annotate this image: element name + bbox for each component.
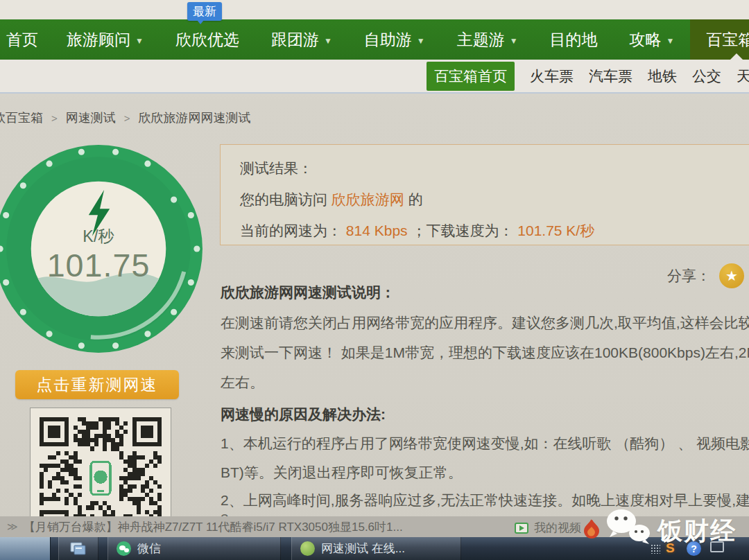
breadcrumb-separator: > [124,112,130,124]
qr-phone-icon [84,457,117,500]
result-title: 测试结果： [240,159,749,178]
speed-label: 当前的网速为： [240,222,342,238]
new-badge: 最新 [187,2,222,21]
taskbar: 微信 网速测试 在线... S ? [0,537,749,560]
taskbar-wechat-label: 微信 [137,541,161,557]
nav-item-guide[interactable]: 攻略▼ [614,19,691,60]
result-line1-suffix: 的 [404,191,423,207]
download-speed-value: 101.75 K/秒 [517,222,594,238]
nav-item-self-guided[interactable]: 自助游▼ [348,19,441,60]
chevron-down-icon: ▼ [324,36,332,46]
qr-code [30,408,171,520]
browser-top-strip [0,0,749,19]
nav-item-label: 旅游顾问 [67,29,130,51]
test-result-box: 测试结果： 您的电脑访问 欣欣旅游网 的 当前的网速为： 814 Kbps ；下… [220,144,749,245]
nav-item-home[interactable]: 首页 [0,19,51,60]
chevron-down-icon: ▼ [135,36,144,46]
wechat-icon [117,541,131,556]
result-line1: 您的电脑访问 欣欣旅游网 的 [240,190,749,209]
site-link[interactable]: 欣欣旅游网 [332,191,404,207]
system-tray: S ? [645,537,749,560]
taskbar-wechat-button[interactable]: 微信 [107,537,281,560]
explain-para3: 左右。 [221,373,264,392]
nav-item-label: 目的地 [550,29,598,51]
ad-text[interactable]: 【月销万台爆款】神舟战神Z7/Z7T 11代酷睿i5/i7 RTX3050独显1… [24,519,403,535]
speed-gauge: K/秒 101.75 [0,136,204,362]
subnav-link-bus-ticket[interactable]: 汽车票 [589,67,632,86]
nav-item-theme-tour[interactable]: 主题游▼ [441,19,534,60]
reason-item1-line2: BT)等。关闭退出程序即可恢复正常。 [221,463,463,482]
chevron-down-icon: ▼ [417,36,425,46]
chevron-down-icon: ▼ [666,36,675,46]
explain-heading: 欣欣旅游网网速测试说明： [221,283,395,302]
subnav-bar: 百宝箱首页 火车票 汽车票 地铁 公交 天气 [0,60,749,94]
nav-item-toolbox[interactable]: 百宝箱▼ [690,19,749,60]
breadcrumb: 欣百宝箱 > 网速测试 > 欣欣旅游网网速测试 [0,110,251,126]
help-tray-icon[interactable]: ? [687,541,701,556]
subnav-link-metro[interactable]: 地铁 [648,67,677,86]
share-row: 分享： ★ [667,263,744,288]
sogou-tray-icon[interactable]: S [666,541,675,556]
nav-item-label: 欣欣优选 [175,29,239,51]
reason-item1-line1: 1、本机运行的程序占用了网络带宽使网速变慢,如：在线听歌 （酷狗） 、 视频电影… [221,434,749,453]
gauge-value: 101.75 [47,247,150,283]
nav-item-destination[interactable]: 目的地 [534,19,614,60]
main-nav: 首页 旅游顾问▼ 欣欣优选 跟团游▼ 自助游▼ 主题游▼ 目的地 攻略▼ 百宝箱… [0,19,749,60]
speed-kbps-value: 814 Kbps [346,222,408,238]
nav-item-label: 跟团游 [271,29,319,51]
my-video-link[interactable]: 我的视频 [515,520,581,536]
taskbar-speedtest-label: 网速测试 在线... [321,541,405,557]
taskbar-speedtest-button[interactable]: 网速测试 在线... [291,537,461,560]
nav-item-label: 百宝箱 [706,29,749,51]
subnav-toolbox-home[interactable]: 百宝箱首页 [427,62,515,91]
breadcrumb-toolbox[interactable]: 欣百宝箱 [0,110,43,126]
gauge-unit: K/秒 [83,227,114,245]
reason-item2: 2、上网高峰时间,服务器响应过多,无法正常快速连接。如晚上速度相对早上要慢,建议… [221,491,749,510]
nav-item-xinxin-select[interactable]: 欣欣优选 [160,19,255,60]
taskbar-explorer-button[interactable] [58,537,98,560]
nav-item-label: 主题游 [457,29,505,51]
breadcrumb-separator: > [51,112,58,124]
ad-bar: ≫ 【月销万台爆款】神舟战神Z7/Z7T 11代酷睿i5/i7 RTX3050独… [0,516,749,537]
explain-para2: 来测试一下网速！ 如果是1M带宽，理想的下载速度应该在100KB(800Kbps… [221,343,749,362]
nav-item-label: 攻略 [630,29,662,51]
share-label: 分享： [667,266,711,286]
nav-item-group-tour[interactable]: 跟团游▼ [255,19,348,60]
taskbar-window-fragment[interactable] [0,537,51,560]
my-video-label: 我的视频 [534,520,581,536]
nav-item-label: 自助游 [364,29,412,51]
result-line1-prefix: 您的电脑访问 [240,191,332,207]
download-label: ；下载速度为： [411,222,513,238]
share-qzone-icon[interactable]: ★ [719,263,744,288]
subnav-link-weather[interactable]: 天气 [737,67,749,86]
nav-item-label: 首页 [6,29,38,51]
browser-icon [300,541,315,556]
subnav-link-train-ticket[interactable]: 火车票 [530,67,574,86]
chevron-down-icon: ▼ [510,36,518,46]
reasons-heading: 网速慢的原因及解决办法: [221,405,386,424]
retest-button[interactable]: 点击重新测网速 [15,370,179,399]
breadcrumb-current: 欣欣旅游网网速测试 [139,110,251,126]
input-method-icon[interactable] [651,544,660,554]
window-outline-icon[interactable] [710,541,724,552]
folder-windows-icon [70,542,87,556]
breadcrumb-speedtest[interactable]: 网速测试 [66,110,116,126]
subnav-link-bus[interactable]: 公交 [692,67,721,86]
collapse-chevron-icon[interactable]: ≫ [7,520,18,533]
result-line2: 当前的网速为： 814 Kbps ；下载速度为： 101.75 K/秒 [240,221,749,240]
explain-para1: 在测速前请您关闭占用网络带宽的应用程序。建议您多测几次,取平均值,这样会比较接近… [221,313,749,333]
play-icon [515,523,528,534]
nav-item-travel-advisor[interactable]: 旅游顾问▼ [51,19,160,60]
